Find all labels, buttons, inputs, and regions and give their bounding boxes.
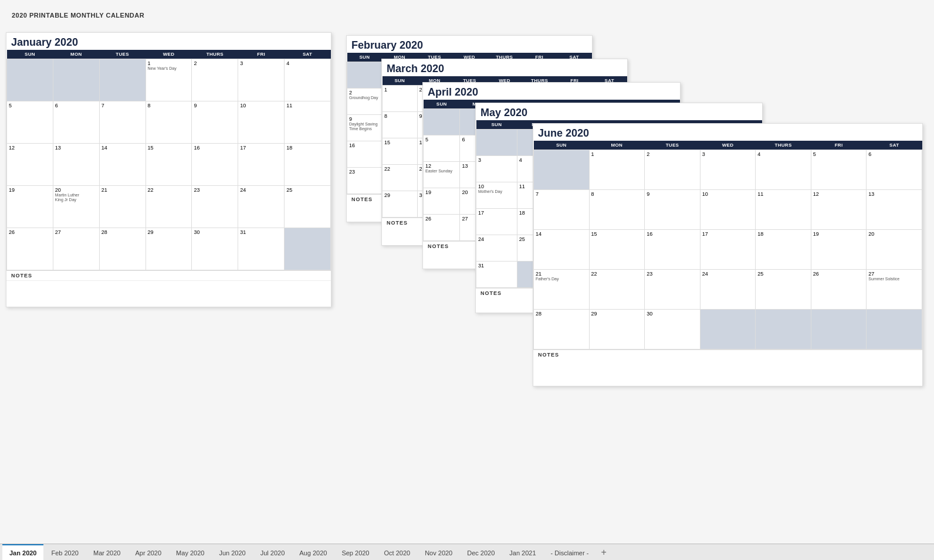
table-row: 17 [238,144,285,186]
tab-jan-2020[interactable]: Jan 2020 [2,544,43,560]
table-row: 24 [238,186,285,228]
col-tue: TUES [99,50,145,59]
table-row: 19 [811,230,867,270]
tab-mar-2020[interactable]: Mar 2020 [86,544,127,560]
table-row: 3 [700,150,756,190]
table-row: 1 [383,86,418,112]
calendar-june: June 2020 SUNMONTUESWEDTHURSFRISAT 1 2 3… [533,123,923,386]
table-row: 8 [589,190,645,230]
table-row [99,59,145,101]
table-row: 31 [238,228,285,270]
table-row: 6 [867,150,922,190]
apr-title: April 2020 [423,83,680,100]
table-row: 25 [756,270,811,310]
table-row: 28 [534,310,590,349]
table-row: 15 [145,144,192,186]
table-row: 11 [756,190,811,230]
table-row [700,310,756,349]
table-row: 9Daylight Saving Time Begins [347,115,383,141]
col-sun: SUN [7,50,53,59]
table-row: 28 [99,228,145,270]
table-row: 24 [700,270,756,310]
table-row: 2 [192,59,238,101]
table-row: 20Martin LutherKing Jr Day [53,186,99,228]
mar-title: March 2020 [382,59,627,76]
jun-notes: NOTES [533,349,922,359]
tab-oct-2020[interactable]: Oct 2020 [377,544,418,560]
table-row: 16 [347,141,383,168]
tab-jul-2020[interactable]: Jul 2020 [253,544,292,560]
tab-dec-2020[interactable]: Dec 2020 [460,544,502,560]
jan-title: January 2020 [6,33,331,50]
table-row [285,228,331,270]
col-thu: THURS [192,50,238,59]
tab-jan-2021[interactable]: Jan 2021 [502,544,543,560]
table-row: 23 [347,168,383,194]
tab-may-2020[interactable]: May 2020 [169,544,211,560]
table-row: 26 [424,215,460,241]
table-row: 3 [476,156,517,182]
tab-nov-2020[interactable]: Nov 2020 [418,544,459,560]
table-row: 19 [424,188,460,215]
table-row: 26 [7,228,53,270]
table-row: 10Mother's Day [476,182,517,209]
table-row: 11 [285,101,331,144]
table-row: 29 [145,228,192,270]
table-row [811,310,867,349]
table-row: 9 [192,101,238,144]
table-row: 8 [383,112,418,138]
table-row [756,310,811,349]
col-fri: FRI [238,50,285,59]
table-row: 18 [285,144,331,186]
table-row: 3 [238,59,285,101]
table-row: 1 [589,150,645,190]
table-row: 4 [756,150,811,190]
table-row [424,109,460,135]
tab-jun-2020[interactable]: Jun 2020 [212,544,252,560]
table-row: 12Easter Sunday [424,162,460,188]
table-row: 21Father's Day [534,270,590,310]
table-row: 27Summer Solstice [867,270,922,310]
add-tab-button[interactable]: + [596,544,611,560]
table-row [7,59,53,101]
may-title: May 2020 [476,103,762,120]
table-row: 5 [7,101,53,144]
tab-aug-2020[interactable]: Aug 2020 [292,544,334,560]
table-row: 17 [700,230,756,270]
table-row: 4 [285,59,331,101]
table-row: 12 [811,190,867,230]
jun-title: June 2020 [533,124,922,141]
table-row: 14 [99,144,145,186]
tab-bar: Jan 2020 Feb 2020 Mar 2020 Apr 2020 May … [0,544,934,560]
table-row: 15 [589,230,645,270]
table-row: 8 [145,101,192,144]
table-row: 17 [476,209,517,235]
table-row: 10 [238,101,285,144]
table-row: 16 [192,144,238,186]
table-row: 23 [645,270,700,310]
main-area: 2020 PRINTABLE MONTHLY CALENDAR January … [0,0,934,544]
tab-sep-2020[interactable]: Sep 2020 [334,544,376,560]
table-row: 30 [645,310,700,349]
table-row: 29 [383,191,418,218]
table-row: 15 [383,138,418,165]
table-row: 20 [867,230,922,270]
tab-apr-2020[interactable]: Apr 2020 [128,544,168,560]
table-row: 26 [811,270,867,310]
table-row [476,130,517,156]
table-row: 7 [534,190,590,230]
table-row: 31 [476,262,517,288]
tab-disclaimer[interactable]: - Disclaimer - [544,544,596,560]
table-row: 30 [192,228,238,270]
table-row: 24 [476,235,517,262]
table-row: 2Groundhog Day [347,89,383,115]
table-row: 13 [867,190,922,230]
table-row: 5 [424,135,460,162]
tab-feb-2020[interactable]: Feb 2020 [44,544,85,560]
calendar-january: January 2020 SUN MON TUES WED THURS FRI … [6,32,331,307]
table-row: 23 [192,186,238,228]
feb-title: February 2020 [347,36,592,53]
table-row [867,310,922,349]
table-row: 16 [645,230,700,270]
jun-grid: SUNMONTUESWEDTHURSFRISAT 1 2 3 4 5 6 7 8… [533,141,922,349]
